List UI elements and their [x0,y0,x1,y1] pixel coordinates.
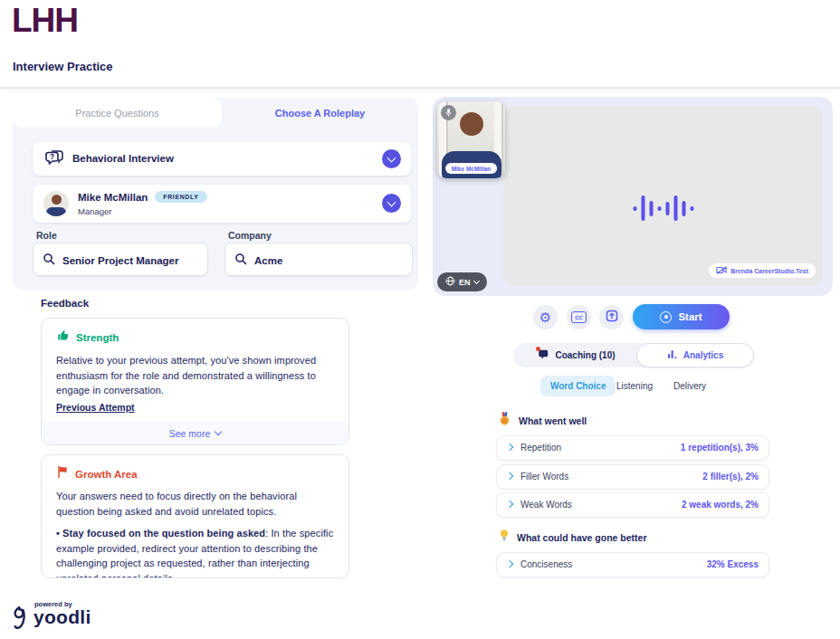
metric-label: Repetition [520,436,561,460]
language-label: EN [459,278,471,287]
scenario-expand-button[interactable] [382,149,401,168]
tab-coaching[interactable]: Coaching (10) [513,343,640,367]
pip-name-label: Mike McMillan [445,163,498,174]
role-field-label: Role [36,230,57,241]
chevron-down-icon [215,428,222,435]
chat-question-icon: ? [44,149,64,171]
growth-bullet-bold: • Stay focused on the question being ask… [56,528,265,539]
bar-chart-icon [667,349,678,361]
metric-value: 2 filler(s), 2% [702,465,759,489]
watermark-label: Brenda CareerStudio.Test [730,268,808,274]
growth-area-card: Growth Area Your answers need to focus d… [41,454,349,578]
share-icon [606,310,618,326]
start-button[interactable]: Start [633,304,730,329]
video-area: Brenda CareerStudio.Test [503,107,823,285]
tab-choose-a-roleplay[interactable]: Choose A Roleplay [222,98,418,128]
chevron-down-icon [387,197,396,206]
subtab-listening-label: Listening [616,381,653,391]
metric-label: Weak Words [520,493,572,517]
tab-analytics[interactable]: Analytics [636,343,754,367]
gone-better-heading: What could have gone better [517,532,647,543]
metric-label: Conciseness [520,553,572,577]
persona-role: Manager [78,206,112,216]
header-divider [0,87,840,89]
growth-area-bullet: • Stay focused on the question being ask… [56,526,334,578]
search-icon [43,253,55,269]
captions-button[interactable]: CC [567,305,591,329]
audio-waveform-icon [633,196,693,221]
metric-row-conciseness[interactable]: Conciseness 32% Excess [496,552,769,577]
avatar [43,191,69,216]
gone-better-header: What could have gone better [500,529,647,546]
persona-expand-button[interactable] [382,194,401,213]
coach-photo [460,112,483,136]
subtab-word-choice-label: Word Choice [550,381,606,391]
metric-label: Filler Words [520,465,568,489]
strength-title: Strength [76,332,119,343]
chevron-right-icon [506,443,513,451]
watermark-pill: Brenda CareerStudio.Test [709,263,816,278]
tab-practice-questions[interactable]: Practice Questions [13,98,222,128]
svg-text:?: ? [50,152,54,161]
growth-area-body: Your answers need to focus directly on t… [56,489,334,519]
growth-area-title: Growth Area [75,469,138,480]
persona-name: Mike McMillan [78,192,148,203]
persona-friendly-badge: FRIENDLY [155,191,206,203]
feedback-heading: Feedback [41,298,89,309]
chevron-right-icon [506,501,513,508]
company-search-field[interactable] [224,243,413,276]
lhh-logo: LHH [12,2,78,40]
subtab-word-choice[interactable]: Word Choice [540,376,616,396]
subtab-listening[interactable]: Listening [616,381,653,391]
record-icon [660,311,672,323]
tab-practice-questions-label: Practice Questions [75,108,158,119]
tab-analytics-label: Analytics [683,350,723,360]
company-input[interactable] [253,243,410,277]
strength-card: Strength Relative to your previous attem… [41,318,349,445]
scenario-title: Behavioral Interview [72,142,174,176]
flag-icon [56,465,69,482]
chevron-right-icon [506,472,513,480]
strength-body: Relative to your previous attempt, you'v… [56,353,334,398]
start-label: Start [678,311,702,322]
chat-bubble-icon [538,348,549,362]
settings-button[interactable]: ⚙ [533,305,558,329]
company-field-label: Company [228,230,272,241]
microphone-icon [441,105,456,120]
metric-row-repetition[interactable]: Repetition 1 repetition(s), 3% [496,435,769,461]
role-input[interactable] [61,243,205,277]
metric-row-weak-words[interactable]: Weak Words 2 weak words, 2% [496,492,769,518]
subtab-delivery-label: Delivery [673,381,706,391]
metric-row-filler-words[interactable]: Filler Words 2 filler(s), 2% [496,464,769,490]
search-icon [234,253,247,269]
yoodli-wordmark: yoodli [33,606,91,628]
coach-pip-video: Mike McMillan [437,101,505,178]
persona-select-card[interactable]: Mike McMillan FRIENDLY Manager [33,185,411,223]
chevron-down-icon [387,153,396,162]
previous-attempt-link[interactable]: Previous Attempt [56,402,135,413]
scenario-select-card[interactable]: ? Behavioral Interview [33,142,411,176]
yoodli-logo-icon [12,604,33,636]
went-well-heading: What went well [519,415,587,426]
analysis-tab-bar: Coaching (10) Analytics [513,343,754,367]
metric-value: 2 weak words, 2% [682,493,759,517]
closed-captions-icon: CC [571,311,587,323]
lightbulb-icon [500,529,509,546]
subtab-delivery[interactable]: Delivery [673,381,706,391]
chevron-right-icon [506,560,513,567]
role-search-field[interactable] [33,243,208,276]
went-well-header: What went well [499,412,587,429]
page-title: Interview Practice [13,60,113,73]
metric-value: 32% Excess [707,553,759,577]
thumbs-up-icon [56,329,70,346]
see-more-button[interactable]: See more [42,422,348,444]
medal-icon [499,412,511,429]
gear-icon: ⚙ [539,310,551,324]
video-off-icon [716,266,727,275]
see-more-label: See more [169,428,211,439]
share-button[interactable] [599,305,624,329]
tab-choose-a-roleplay-label: Choose A Roleplay [275,108,365,119]
chevron-down-icon [472,278,479,284]
metric-value: 1 repetition(s), 3% [681,436,759,460]
language-selector[interactable]: EN [437,272,487,291]
